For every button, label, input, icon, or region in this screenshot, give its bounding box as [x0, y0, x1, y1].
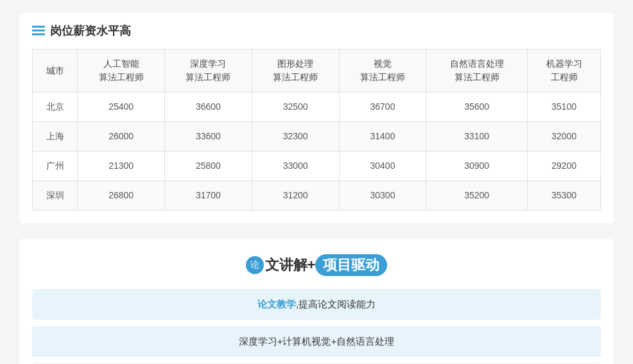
svg-rect-2 — [32, 33, 45, 35]
table-row: 深圳268003170031200303003520035300 — [33, 181, 601, 211]
cell-salary: 32500 — [252, 92, 339, 122]
course-header: 论 文讲解 + 项目驱动 — [32, 254, 601, 276]
cell-salary: 31700 — [165, 181, 252, 211]
col-city: 城市 — [33, 49, 78, 92]
table-header-row: 城市 人工智能算法工程师 深度学习算法工程师 图形处理算法工程师 视觉算法工程师… — [33, 49, 601, 92]
col-vision: 视觉算法工程师 — [339, 49, 426, 92]
feature-item-1: 论文教学,提高论文阅读能力 — [32, 289, 601, 320]
list-icon — [32, 26, 45, 36]
cell-salary: 33100 — [426, 122, 528, 152]
cell-salary: 35600 — [426, 92, 528, 122]
cell-salary: 29200 — [528, 152, 601, 181]
col-dl: 深度学习算法工程师 — [165, 49, 252, 92]
cell-salary: 25400 — [78, 92, 165, 122]
title-project-badge: 项目驱动 — [315, 254, 387, 276]
page-container: 岗位薪资水平高 城市 人工智能算法工程师 深度学习算法工程师 图形处理算法工程师… — [0, 0, 633, 364]
svg-rect-1 — [32, 30, 45, 31]
cell-salary: 32000 — [528, 122, 601, 152]
cell-salary: 30400 — [339, 152, 426, 181]
cell-salary: 35100 — [528, 92, 601, 122]
cell-salary: 25800 — [165, 152, 252, 181]
cell-city: 深圳 — [33, 181, 78, 211]
title-badge-char: 论 — [246, 256, 264, 274]
cell-salary: 31400 — [339, 122, 426, 152]
title-plus: + — [308, 257, 316, 273]
col-ai: 人工智能算法工程师 — [78, 49, 165, 92]
table-row: 北京254003660032500367003560035100 — [33, 92, 601, 122]
svg-rect-0 — [32, 26, 45, 28]
cell-salary: 21300 — [78, 152, 165, 181]
course-title-wrap: 论 文讲解 + 项目驱动 — [246, 254, 388, 276]
cell-salary: 36600 — [165, 92, 252, 122]
cell-salary: 35200 — [426, 181, 528, 211]
feature-text-2: 深度学习+计算机视觉+自然语言处理 — [239, 336, 395, 347]
course-section: 论 文讲解 + 项目驱动 论文教学,提高论文阅读能力 深度学习+计算机视觉+自然… — [19, 239, 614, 364]
salary-section: 岗位薪资水平高 城市 人工智能算法工程师 深度学习算法工程师 图形处理算法工程师… — [19, 13, 614, 223]
cell-salary: 33000 — [252, 152, 339, 181]
feature-link-1: 论文教学 — [257, 299, 296, 309]
cell-city: 上海 — [33, 122, 78, 152]
feature-item-2: 深度学习+计算机视觉+自然语言处理 — [32, 326, 601, 357]
title-main-text: 文讲解 — [265, 256, 308, 275]
cell-salary: 26800 — [78, 181, 165, 211]
cell-salary: 35300 — [528, 181, 601, 211]
cell-salary: 32300 — [252, 122, 339, 152]
cell-salary: 36700 — [339, 92, 426, 122]
col-graphics: 图形处理算法工程师 — [252, 49, 339, 92]
cell-salary: 26000 — [78, 122, 165, 152]
cell-city: 北京 — [33, 92, 78, 122]
salary-section-header: 岗位薪资水平高 — [32, 23, 601, 39]
feature-list: 论文教学,提高论文阅读能力 深度学习+计算机视觉+自然语言处理 累计超100个代… — [32, 289, 601, 364]
cell-salary: 33600 — [165, 122, 252, 152]
cell-city: 广州 — [33, 152, 78, 181]
cell-salary: 31200 — [252, 181, 339, 211]
cell-salary: 30300 — [339, 181, 426, 211]
col-ml: 机器学习工程师 — [528, 49, 601, 92]
salary-title: 岗位薪资水平高 — [50, 23, 131, 39]
table-row: 广州213002580033000304003090029200 — [33, 152, 601, 181]
table-row: 上海260003360032300314003310032000 — [33, 122, 601, 152]
feature-text-1: ,提高论文阅读能力 — [296, 299, 376, 309]
salary-table: 城市 人工智能算法工程师 深度学习算法工程师 图形处理算法工程师 视觉算法工程师… — [32, 49, 601, 211]
col-nlp: 自然语言处理算法工程师 — [426, 49, 528, 92]
cell-salary: 30900 — [426, 152, 528, 181]
